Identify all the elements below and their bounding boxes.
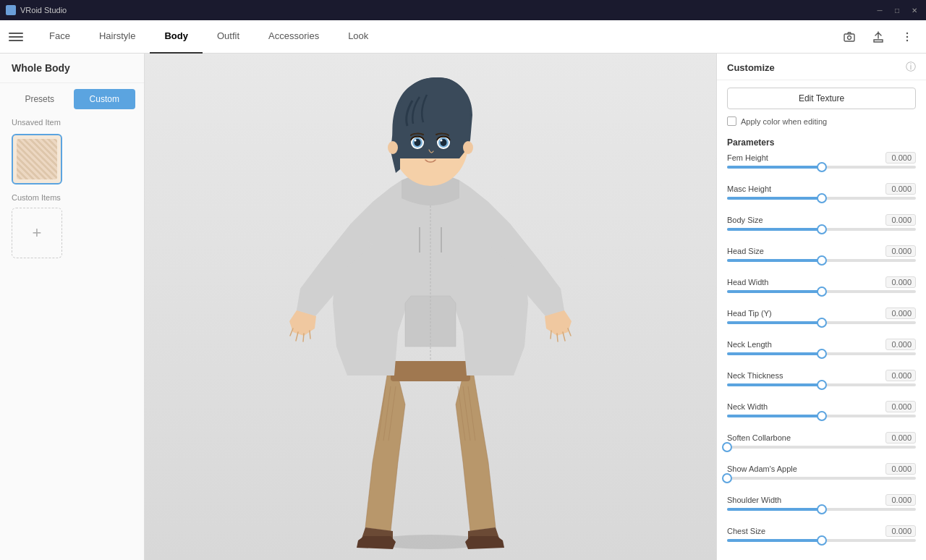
param-label: Fem Height xyxy=(727,153,768,162)
sidebar-tabs: Presets Custom xyxy=(0,83,144,115)
param-row: Head Width0.000 xyxy=(727,276,916,300)
unsaved-item-thumbnail[interactable] xyxy=(12,134,62,184)
param-label: Masc Height xyxy=(727,184,771,193)
thumbnail-preview xyxy=(17,139,57,179)
hamburger-menu[interactable] xyxy=(9,33,23,41)
param-slider[interactable] xyxy=(727,477,916,487)
slider-track xyxy=(727,228,916,231)
more-options-button[interactable] xyxy=(897,27,917,47)
slider-fill xyxy=(727,352,822,355)
slider-thumb[interactable] xyxy=(722,473,732,483)
param-slider[interactable] xyxy=(727,446,916,456)
slider-thumb[interactable] xyxy=(817,255,827,266)
slider-fill xyxy=(727,415,822,417)
maximize-button[interactable]: □ xyxy=(891,4,903,16)
param-slider[interactable] xyxy=(727,228,916,238)
param-slider[interactable] xyxy=(727,166,916,176)
param-slider[interactable] xyxy=(727,321,916,331)
param-slider[interactable] xyxy=(727,508,916,518)
param-slider[interactable] xyxy=(727,383,916,394)
param-value: 0.000 xyxy=(885,339,916,350)
slider-fill xyxy=(727,383,822,386)
slider-thumb[interactable] xyxy=(817,193,827,203)
slider-fill xyxy=(727,166,822,169)
app-content: Whole Body Presets Custom Unsaved Item C… xyxy=(0,54,926,560)
svg-point-4 xyxy=(906,39,908,41)
slider-track xyxy=(727,321,916,324)
param-label: Head Tip (Y) xyxy=(727,309,772,318)
parameters-title: Parameters xyxy=(727,137,916,148)
minimize-button[interactable]: ─ xyxy=(874,4,885,16)
nav-actions xyxy=(839,27,917,47)
param-label-row: Soften Collarbone0.000 xyxy=(727,432,916,444)
param-label: Neck Length xyxy=(727,340,772,349)
slider-fill xyxy=(727,197,822,200)
param-value: 0.000 xyxy=(885,183,916,195)
param-row: Fem Height0.000 xyxy=(727,152,916,176)
slider-track xyxy=(727,539,916,542)
apply-color-label: Apply color when editing xyxy=(741,117,827,126)
main-nav: Face Hairstyle Body Outfit Accessories L… xyxy=(0,20,926,54)
param-row: Neck Thickness0.000 xyxy=(727,370,916,394)
param-label-row: Show Adam's Apple0.000 xyxy=(727,463,916,475)
tab-face[interactable]: Face xyxy=(35,20,85,54)
param-label: Body Size xyxy=(727,216,763,224)
slider-thumb[interactable] xyxy=(722,442,732,452)
param-value: 0.000 xyxy=(885,245,916,257)
param-label: Shoulder Width xyxy=(727,496,781,504)
info-icon[interactable]: ⓘ xyxy=(906,61,916,74)
param-row: Soften Collarbone0.000 xyxy=(727,432,916,456)
camera-button[interactable] xyxy=(839,27,859,47)
panel-header: Customize ⓘ xyxy=(717,54,926,80)
apply-color-checkbox[interactable] xyxy=(727,116,736,126)
param-value: 0.000 xyxy=(885,152,916,164)
params-container: Fem Height0.000Masc Height0.000Body Size… xyxy=(727,152,916,549)
slider-fill xyxy=(727,539,822,542)
add-custom-item-button[interactable]: + xyxy=(12,208,62,258)
slider-thumb[interactable] xyxy=(817,504,827,514)
close-button[interactable]: ✕ xyxy=(909,4,920,16)
param-slider[interactable] xyxy=(727,259,916,269)
slider-thumb[interactable] xyxy=(817,349,827,359)
param-label: Soften Collarbone xyxy=(727,433,791,442)
custom-items-label: Custom Items xyxy=(0,187,144,205)
edit-texture-button[interactable]: Edit Texture xyxy=(727,88,916,109)
param-value: 0.000 xyxy=(885,432,916,444)
param-row: Body Size0.000 xyxy=(727,214,916,238)
param-slider[interactable] xyxy=(727,352,916,362)
param-row: Head Tip (Y)0.000 xyxy=(727,307,916,331)
slider-thumb[interactable] xyxy=(817,411,827,421)
slider-thumb[interactable] xyxy=(817,535,827,546)
nav-tabs: Face Hairstyle Body Outfit Accessories L… xyxy=(35,20,839,54)
param-slider[interactable] xyxy=(727,539,916,549)
tab-custom[interactable]: Custom xyxy=(74,89,136,109)
param-slider[interactable] xyxy=(727,290,916,300)
export-button[interactable] xyxy=(868,27,888,47)
param-value: 0.000 xyxy=(885,307,916,319)
svg-rect-0 xyxy=(844,34,854,41)
param-slider[interactable] xyxy=(727,415,916,425)
slider-fill xyxy=(727,228,822,231)
param-value: 0.000 xyxy=(885,214,916,226)
slider-thumb[interactable] xyxy=(817,224,827,234)
viewport[interactable] xyxy=(145,54,716,560)
param-value: 0.000 xyxy=(885,276,916,288)
window-controls: ─ □ ✕ xyxy=(874,4,920,16)
tab-look[interactable]: Look xyxy=(334,20,383,54)
slider-thumb[interactable] xyxy=(817,380,827,390)
slider-thumb[interactable] xyxy=(817,162,827,172)
apply-color-row: Apply color when editing xyxy=(717,116,926,133)
slider-track xyxy=(727,290,916,293)
tab-accessories[interactable]: Accessories xyxy=(254,20,334,54)
svg-point-18 xyxy=(463,141,473,154)
tab-outfit[interactable]: Outfit xyxy=(203,20,254,54)
slider-thumb[interactable] xyxy=(817,287,827,297)
panel-title: Customize xyxy=(727,62,775,73)
slider-thumb[interactable] xyxy=(817,318,827,328)
tab-hairstyle[interactable]: Hairstyle xyxy=(85,20,150,54)
param-value: 0.000 xyxy=(885,401,916,412)
param-slider[interactable] xyxy=(727,197,916,207)
tab-presets[interactable]: Presets xyxy=(9,89,71,109)
slider-track xyxy=(727,166,916,169)
tab-body[interactable]: Body xyxy=(150,20,203,54)
